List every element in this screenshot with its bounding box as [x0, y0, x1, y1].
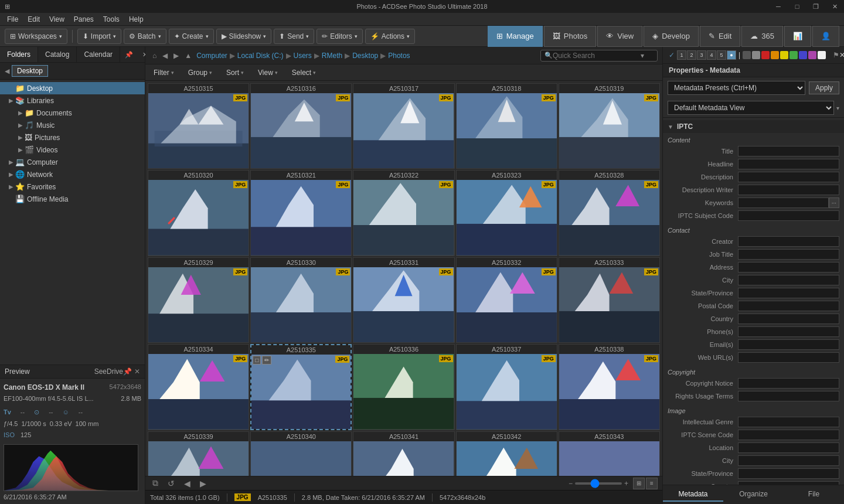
- tree-item-pictures[interactable]: ▶ 🖼 Pictures: [0, 131, 145, 144]
- swatch-silver[interactable]: [752, 51, 760, 59]
- photo-cell-1[interactable]: A2510316 JPG: [250, 83, 352, 169]
- metadata-view-select[interactable]: Default Metadata View: [668, 101, 834, 115]
- rating-3[interactable]: 3: [697, 50, 706, 60]
- photo-cell-3[interactable]: A2510318 JPG: [456, 83, 557, 169]
- rating-4[interactable]: 4: [707, 50, 716, 60]
- swatch-purple[interactable]: [808, 51, 816, 59]
- state2-input[interactable]: [738, 468, 839, 479]
- swatch-green[interactable]: [789, 51, 798, 59]
- photo-cell-0[interactable]: A2510315 JPG: [148, 83, 249, 169]
- send-button[interactable]: ⬆ Send ▾: [274, 29, 314, 44]
- tab-edit[interactable]: ✎ Edit: [700, 26, 740, 47]
- photo-cell-6[interactable]: A2510321 JPG: [250, 170, 352, 256]
- photo-cell-18[interactable]: A2510337 JPG: [456, 344, 557, 430]
- menu-edit[interactable]: Edit: [23, 14, 45, 25]
- forward-nav-button[interactable]: ▶: [171, 50, 181, 61]
- slideshow-button[interactable]: ▶ Slideshow ▾: [216, 29, 272, 44]
- tree-item-desktop[interactable]: 📁 Desktop: [0, 82, 145, 94]
- actions-button[interactable]: ⚡ Actions ▾: [365, 29, 415, 44]
- group-button[interactable]: Group ▾: [185, 67, 216, 78]
- back-nav-button[interactable]: ◀: [160, 50, 170, 61]
- country-input[interactable]: [738, 314, 839, 324]
- keywords-input[interactable]: [738, 197, 829, 208]
- pin-icon[interactable]: 📌: [123, 367, 132, 376]
- tab-develop[interactable]: ◈ Develop: [644, 26, 699, 47]
- close-preview-button[interactable]: ✕: [134, 367, 140, 376]
- swatch-white[interactable]: [818, 51, 826, 59]
- photo-cell-12[interactable]: A2510331 JPG: [353, 257, 454, 343]
- photo-cell-19[interactable]: A2510338 JPG: [559, 344, 660, 430]
- tree-item-libraries[interactable]: ▶ 📚 Libraries: [0, 94, 145, 107]
- seedrive-tab[interactable]: SeeDrive: [94, 367, 123, 376]
- job-title-input[interactable]: [738, 249, 839, 260]
- swatch-blue[interactable]: [799, 51, 807, 59]
- tab-organize[interactable]: Organize: [723, 488, 784, 502]
- tree-item-network[interactable]: ▶ 🌐 Network: [0, 168, 145, 181]
- close-button[interactable]: ✕: [825, 0, 844, 13]
- swatch-red[interactable]: [761, 51, 770, 59]
- tree-item-videos[interactable]: ▶ 🎬 Videos: [0, 144, 145, 156]
- workspaces-button[interactable]: ⊞ Workspaces ▾: [5, 29, 67, 44]
- tab-view[interactable]: 👁 View: [597, 26, 642, 47]
- import-button[interactable]: ⬇ Import ▾: [77, 29, 121, 44]
- sort-button[interactable]: Sort ▾: [223, 67, 247, 78]
- breadcrumb-desktop[interactable]: Desktop: [352, 52, 378, 60]
- web-url-input[interactable]: [738, 352, 839, 363]
- photo-cell-24[interactable]: A2510343: [559, 431, 660, 476]
- tab-metadata[interactable]: Metadata: [663, 488, 723, 502]
- next-button[interactable]: ▶: [198, 478, 209, 489]
- panel-pin-button[interactable]: 📌: [120, 49, 138, 61]
- batch-button[interactable]: ⚙ Batch ▾: [124, 29, 166, 44]
- photo-cell-7[interactable]: A2510322 JPG: [353, 170, 454, 256]
- title-input[interactable]: [738, 146, 839, 156]
- breadcrumb-photos[interactable]: Photos: [388, 52, 410, 60]
- menu-view[interactable]: View: [45, 14, 69, 25]
- photo-cell-13[interactable]: A2510332 JPG: [456, 257, 557, 343]
- rating-2[interactable]: 2: [687, 50, 696, 60]
- breadcrumb-localdisk[interactable]: Local Disk (C:): [237, 52, 284, 60]
- postal-input[interactable]: [738, 301, 839, 311]
- breadcrumb-computer[interactable]: Computer: [196, 52, 227, 60]
- keywords-dots-button[interactable]: ···: [829, 197, 839, 208]
- prev-button[interactable]: ◀: [182, 478, 193, 489]
- iptc-header[interactable]: ▼ IPTC: [663, 120, 844, 133]
- close-right-panel-button[interactable]: ✕: [839, 51, 844, 59]
- restore-button[interactable]: ❐: [806, 0, 825, 13]
- iptc-subject-input[interactable]: [738, 210, 839, 221]
- rights-input[interactable]: [738, 391, 839, 401]
- photo-cell-11[interactable]: A2510330 JPG: [250, 257, 352, 343]
- photo-cell-22[interactable]: A2510341: [353, 431, 454, 476]
- tree-item-music[interactable]: ▶ 🎵 Music: [0, 119, 145, 131]
- tree-item-computer[interactable]: ▶ 💻 Computer: [0, 156, 145, 168]
- menu-file[interactable]: File: [2, 14, 23, 25]
- menu-tools[interactable]: Tools: [98, 14, 124, 25]
- photo-cell-9[interactable]: A2510328 JPG: [559, 170, 660, 256]
- view-select-arrow[interactable]: ▾: [836, 105, 839, 111]
- headline-input[interactable]: [738, 159, 839, 169]
- tab-file[interactable]: File: [784, 488, 844, 502]
- breadcrumb-users[interactable]: Users: [294, 52, 312, 60]
- photo-cell-16[interactable]: A2510335 JPG □ ✏: [250, 344, 352, 430]
- phone-input[interactable]: [738, 326, 839, 337]
- tab-face[interactable]: 👤: [812, 26, 839, 47]
- rating-1[interactable]: 1: [677, 50, 686, 60]
- editors-button[interactable]: ✏ Editors ▾: [316, 29, 362, 44]
- photo-cell-23[interactable]: A2510342: [456, 431, 557, 476]
- metadata-preset-select[interactable]: Metadata Presets (Ctrl+M): [668, 81, 805, 95]
- email-input[interactable]: [738, 339, 839, 350]
- desc-writer-input[interactable]: [738, 185, 839, 195]
- breadcrumb-rmeth[interactable]: RMeth: [322, 52, 342, 60]
- photo-cell-2[interactable]: A2510317 JPG: [353, 83, 454, 169]
- filter-button[interactable]: Filter ▾: [150, 67, 178, 78]
- list-view-button[interactable]: ≡: [646, 478, 658, 489]
- city2-input[interactable]: [738, 455, 839, 466]
- select-button[interactable]: Select ▾: [288, 67, 319, 78]
- menu-panes[interactable]: Panes: [69, 14, 98, 25]
- zoom-slider[interactable]: [575, 482, 622, 485]
- photo-cell-21[interactable]: A2510340: [250, 431, 352, 476]
- tab-365[interactable]: ☁ 365: [741, 26, 783, 47]
- photo-cell-8[interactable]: A2510323 JPG: [456, 170, 557, 256]
- photo-cell-14[interactable]: A2510333 JPG: [559, 257, 660, 343]
- tree-item-offline[interactable]: 💾 Offline Media: [0, 193, 145, 205]
- tab-manage[interactable]: ⊞ Manage: [488, 26, 543, 47]
